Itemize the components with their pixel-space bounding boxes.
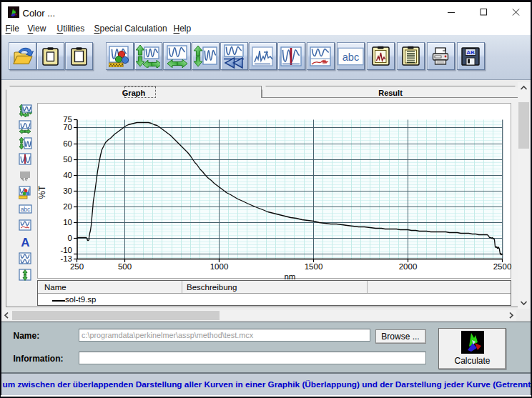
svg-text:10: 10 (63, 218, 72, 227)
svg-text:20: 20 (63, 202, 72, 211)
svg-text:abc: abc (342, 51, 359, 62)
svg-text:AB: AB (466, 49, 475, 56)
svg-text:-10: -10 (60, 246, 72, 254)
svg-text:30: 30 (63, 186, 72, 195)
svg-text:60: 60 (63, 139, 72, 148)
svg-text:0: 0 (68, 234, 72, 242)
svg-text:50: 50 (63, 155, 72, 164)
svg-text:1500: 1500 (305, 262, 323, 271)
svg-text:40: 40 (63, 171, 72, 179)
svg-text:1000: 1000 (210, 262, 229, 271)
svg-text:2500: 2500 (493, 262, 512, 271)
svg-text:A: A (21, 236, 29, 249)
svg-text:2000: 2000 (399, 262, 418, 271)
svg-text:250: 250 (70, 262, 84, 271)
svg-text:500: 500 (118, 262, 132, 271)
svg-text:%T: %T (38, 185, 47, 199)
svg-text:nm: nm (284, 272, 295, 280)
svg-text:abc: abc (21, 206, 31, 213)
svg-text:70: 70 (63, 123, 72, 131)
